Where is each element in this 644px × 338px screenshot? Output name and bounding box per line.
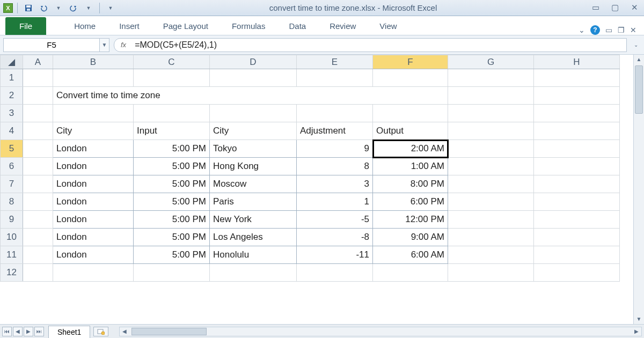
tab-view[interactable]: View — [368, 17, 408, 35]
tab-data[interactable]: Data — [277, 17, 318, 35]
tab-nav-first[interactable]: ⏮ — [2, 327, 12, 336]
row-header-4[interactable]: 4 — [1, 122, 23, 140]
row-header-6[interactable]: 6 — [1, 158, 23, 175]
cell[interactable]: New York — [210, 211, 297, 229]
col-header-B[interactable]: B — [53, 55, 134, 69]
worksheet-grid[interactable]: ◢ A B C D E F G H 1 2 Convert time to ti… — [0, 55, 644, 324]
cell[interactable]: London — [53, 211, 134, 229]
ribbon-minimize-icon[interactable]: ⌄ — [579, 26, 585, 34]
sheet-tab-active[interactable]: Sheet1 — [48, 326, 90, 338]
maximize-button[interactable]: ▢ — [609, 3, 621, 13]
row-header-3[interactable]: 3 — [1, 105, 23, 122]
cell[interactable]: -5 — [297, 211, 373, 229]
col-header-C[interactable]: C — [134, 55, 210, 69]
qat-customize-dropdown[interactable]: ▼ — [104, 2, 117, 14]
tab-nav-last[interactable]: ⏭ — [34, 327, 44, 336]
cell[interactable]: 6:00 PM — [373, 193, 448, 211]
row-header-12[interactable]: 12 — [1, 264, 23, 282]
row-header-8[interactable]: 8 — [1, 193, 23, 211]
tab-page-layout[interactable]: Page Layout — [151, 17, 220, 35]
formula-expand-icon[interactable]: ⌄ — [631, 42, 641, 48]
cell[interactable]: London — [53, 158, 134, 175]
cell[interactable]: -11 — [297, 246, 373, 264]
tab-home[interactable]: Home — [62, 17, 107, 35]
row-header-1[interactable]: 1 — [1, 69, 23, 87]
selected-cell[interactable]: 2:00 AM — [373, 140, 448, 158]
help-icon[interactable]: ? — [590, 25, 600, 35]
scroll-thumb[interactable] — [635, 65, 643, 114]
cell[interactable]: 9 — [297, 140, 373, 158]
table-header: City — [53, 122, 134, 140]
row-header-10[interactable]: 10 — [1, 229, 23, 246]
sheet-tabs-bar: ⏮ ◀ ▶ ⏭ Sheet1 ◀ ▶ — [0, 324, 644, 338]
cell[interactable]: -8 — [297, 229, 373, 246]
cell[interactable]: 5:00 PM — [134, 246, 210, 264]
cell[interactable]: 5:00 PM — [134, 211, 210, 229]
vertical-scrollbar[interactable]: ▲ ▼ — [633, 55, 644, 324]
cell[interactable]: 1:00 AM — [373, 158, 448, 175]
cell[interactable]: London — [53, 193, 134, 211]
cell[interactable]: 5:00 PM — [134, 193, 210, 211]
workbook-minimize-icon[interactable]: ▭ — [605, 26, 612, 34]
scroll-up-icon[interactable]: ▲ — [634, 55, 644, 64]
cell[interactable]: 3 — [297, 175, 373, 193]
col-header-H[interactable]: H — [534, 55, 620, 69]
redo-button[interactable] — [67, 2, 80, 14]
tab-nav-next[interactable]: ▶ — [24, 327, 33, 336]
cell[interactable]: Los Angeles — [210, 229, 297, 246]
formula-input[interactable]: =MOD(C5+(E5/24),1) — [131, 39, 626, 51]
col-header-D[interactable]: D — [210, 55, 297, 69]
scroll-down-icon[interactable]: ▼ — [634, 314, 644, 324]
undo-dropdown[interactable]: ▼ — [52, 2, 65, 14]
cell[interactable]: 6:00 AM — [373, 246, 448, 264]
scroll-right-icon[interactable]: ▶ — [632, 327, 641, 336]
minimize-button[interactable]: ▭ — [589, 3, 602, 13]
workbook-restore-icon[interactable]: ❐ — [618, 26, 625, 34]
workbook-close-icon[interactable]: ✕ — [630, 26, 636, 34]
cell[interactable]: Hong Kong — [210, 158, 297, 175]
row-header-5[interactable]: 5 — [1, 140, 23, 158]
tab-formulas[interactable]: Formulas — [220, 17, 277, 35]
close-button[interactable]: ✕ — [628, 3, 641, 13]
cell[interactable]: London — [53, 246, 134, 264]
cell[interactable]: 8:00 PM — [373, 175, 448, 193]
tab-file[interactable]: File — [5, 17, 46, 35]
tab-nav-prev[interactable]: ◀ — [13, 327, 23, 336]
tab-review[interactable]: Review — [318, 17, 368, 35]
tab-insert[interactable]: Insert — [107, 17, 151, 35]
cell[interactable]: 5:00 PM — [134, 229, 210, 246]
select-all-corner[interactable]: ◢ — [1, 55, 23, 69]
new-sheet-button[interactable] — [93, 327, 108, 336]
name-box-dropdown[interactable]: ▼ — [100, 38, 109, 52]
cell[interactable]: Paris — [210, 193, 297, 211]
cell[interactable]: 5:00 PM — [134, 175, 210, 193]
col-header-G[interactable]: G — [448, 55, 534, 69]
cell[interactable]: Tokyo — [210, 140, 297, 158]
cell[interactable]: London — [53, 140, 134, 158]
cell[interactable]: Honolulu — [210, 246, 297, 264]
cell[interactable]: 12:00 PM — [373, 211, 448, 229]
fx-icon[interactable]: fx — [121, 41, 126, 49]
scroll-left-icon[interactable]: ◀ — [120, 327, 129, 336]
cell[interactable]: 5:00 PM — [134, 158, 210, 175]
row-header-7[interactable]: 7 — [1, 175, 23, 193]
col-header-F[interactable]: F — [373, 55, 448, 69]
cell[interactable]: London — [53, 229, 134, 246]
row-header-11[interactable]: 11 — [1, 246, 23, 264]
horizontal-scrollbar[interactable]: ◀ ▶ — [119, 327, 642, 336]
name-box[interactable]: F5 — [3, 38, 100, 52]
cell[interactable]: Moscow — [210, 175, 297, 193]
row-header-2[interactable]: 2 — [1, 87, 23, 105]
save-button[interactable] — [22, 2, 35, 14]
cell[interactable]: 1 — [297, 193, 373, 211]
col-header-A[interactable]: A — [23, 55, 53, 69]
scroll-thumb[interactable] — [131, 328, 207, 335]
row-header-9[interactable]: 9 — [1, 211, 23, 229]
undo-button[interactable] — [37, 2, 50, 14]
cell[interactable]: 8 — [297, 158, 373, 175]
cell[interactable]: 9:00 AM — [373, 229, 448, 246]
redo-dropdown[interactable]: ▼ — [82, 2, 95, 14]
cell[interactable]: 5:00 PM — [134, 140, 210, 158]
col-header-E[interactable]: E — [297, 55, 373, 69]
cell[interactable]: London — [53, 175, 134, 193]
